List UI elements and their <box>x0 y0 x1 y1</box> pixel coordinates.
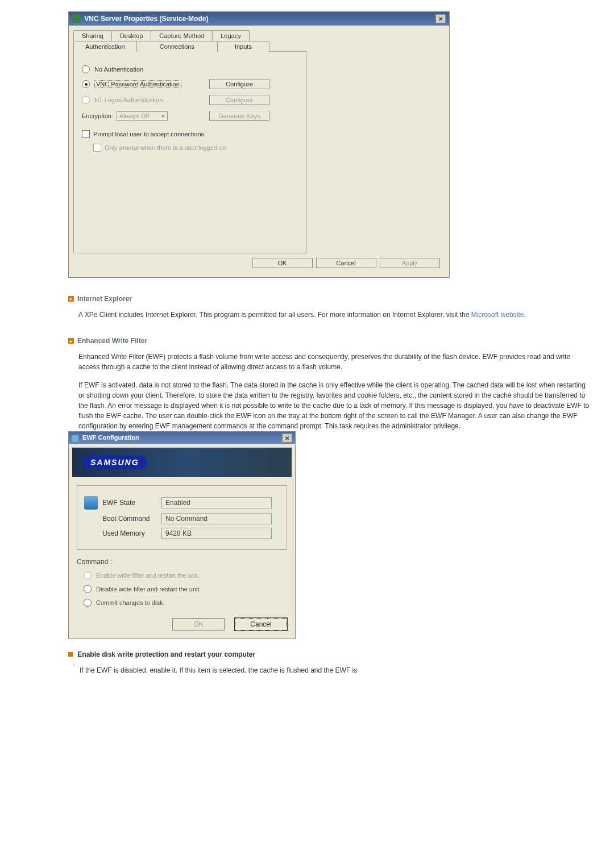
ewf-app-icon <box>72 435 78 442</box>
close-icon[interactable]: ✕ <box>435 14 446 23</box>
ewf-heading: Enhanced Write Filter <box>77 337 147 345</box>
tab-connections[interactable]: Connections <box>136 41 218 52</box>
banner: SAMSUNG <box>72 448 292 477</box>
chevron-down-icon: ▾ <box>161 112 165 120</box>
enable-heading: Enable disk write protection and restart… <box>77 650 255 658</box>
radio-no-auth[interactable] <box>82 65 90 73</box>
titlebar: EWF Configuration ✕ <box>69 432 295 444</box>
ie-heading: Internet Explorer <box>77 295 132 303</box>
tab-sharing[interactable]: Sharing <box>73 30 112 41</box>
close-icon[interactable]: ✕ <box>282 433 292 443</box>
boot-label: Boot Command <box>102 515 161 523</box>
window-title: VNC Server Properties (Service-Mode) <box>84 15 208 23</box>
command-heading: Command : <box>77 558 287 566</box>
bullet-icon: ▸ <box>68 338 74 344</box>
ok-button: OK <box>172 618 225 631</box>
status-panel: EWF State Enabled Boot Command No Comman… <box>77 485 287 550</box>
label-only-prompt: Only prompt when there is a user logged … <box>105 144 226 151</box>
cancel-button[interactable]: Cancel <box>316 258 376 268</box>
radio-enable-filter <box>84 571 92 579</box>
vnc-icon <box>72 15 80 23</box>
titlebar: VNC Server Properties (Service-Mode) ✕ <box>69 12 449 26</box>
label-disable-filter: Disable write filter and restart the uni… <box>96 586 201 592</box>
tab-capture[interactable]: Capture Method <box>151 30 213 41</box>
samsung-logo: SAMSUNG <box>82 456 147 469</box>
tab-strip: Sharing Desktop Capture Method Legacy Au… <box>73 30 445 52</box>
ewf-state-icon <box>84 496 98 510</box>
tab-legacy[interactable]: Legacy <box>212 30 249 41</box>
window-title: EWF Configuration <box>82 434 139 441</box>
ewf-para2: If EWF is activated, data is not stored … <box>78 380 590 431</box>
label-prompt-local: Prompt local user to accept connections <box>93 131 204 137</box>
ewf-configuration-dialog: EWF Configuration ✕ SAMSUNG EWF State En… <box>68 431 296 639</box>
mem-label: Used Memory <box>102 529 161 537</box>
checkbox-prompt-local[interactable] <box>82 130 90 138</box>
enable-disk-section: Enable disk write protection and restart… <box>68 650 603 674</box>
radio-disable-filter[interactable] <box>84 585 92 593</box>
checkbox-only-prompt <box>93 144 101 152</box>
tab-inputs[interactable]: Inputs <box>217 41 269 52</box>
bullet-icon: ▸ <box>68 296 74 302</box>
apply-button: Apply <box>380 258 440 268</box>
ewf-para1: Enhanced Write Filter (EWF) protects a f… <box>78 352 590 372</box>
ewf-section: ▸ Enhanced Write Filter Enhanced Write F… <box>68 337 603 431</box>
mem-value: 9428 KB <box>161 528 272 539</box>
label-commit: Commit changes to disk. <box>96 599 164 606</box>
label-enable-filter: Enable write filter and restart the unit… <box>96 572 200 579</box>
label-no-auth: No Authentication <box>94 66 143 73</box>
enable-text: If the EWF is disabled, enable it. If th… <box>80 666 357 674</box>
ewf-state-value: Enabled <box>161 497 272 508</box>
vnc-properties-dialog: VNC Server Properties (Service-Mode) ✕ S… <box>68 11 450 278</box>
cancel-button[interactable]: Cancel <box>235 618 287 631</box>
ewf-state-label: EWF State <box>102 499 161 507</box>
generate-keys-button: Generate Keys <box>209 111 269 121</box>
ie-text: A XPe Client includes Internet Explorer.… <box>78 310 590 320</box>
tab-content-authentication: No Authentication VNC Password Authentic… <box>73 51 306 253</box>
dash: - <box>73 661 75 669</box>
ok-button[interactable]: OK <box>252 258 313 268</box>
configure-button-2: Configure <box>209 95 269 105</box>
bullet-icon <box>68 652 73 657</box>
boot-value: No Command <box>161 513 272 524</box>
encryption-label: Encryption: <box>82 112 113 119</box>
tab-authentication[interactable]: Authentication <box>73 41 137 52</box>
encryption-dropdown: Always Off ▾ <box>117 111 168 121</box>
ms-website-link[interactable]: Microsoft website <box>471 311 524 319</box>
label-vnc-password: VNC Password Authentication <box>94 80 181 88</box>
radio-vnc-password[interactable] <box>82 80 90 88</box>
radio-commit[interactable] <box>84 599 92 607</box>
internet-explorer-section: ▸ Internet Explorer A XPe Client include… <box>68 295 603 320</box>
configure-button[interactable]: Configure <box>209 79 269 89</box>
label-nt-logon: NT Logon Authentication <box>94 97 163 103</box>
radio-nt-logon <box>82 96 90 104</box>
tab-desktop[interactable]: Desktop <box>111 30 151 41</box>
